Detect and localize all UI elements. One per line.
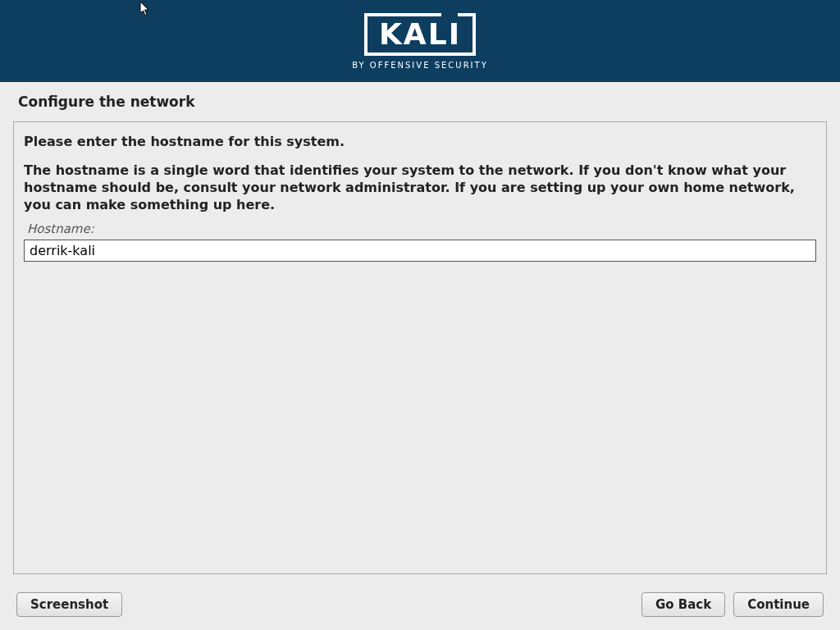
hostname-label: Hostname: bbox=[27, 221, 816, 236]
go-back-button[interactable]: Go Back bbox=[641, 592, 725, 617]
kali-logo-frame: KALI bbox=[364, 13, 476, 56]
kali-logo-text: KALI bbox=[379, 20, 461, 49]
footer-right: Go Back Continue bbox=[641, 592, 824, 617]
kali-logo: KALI BY OFFENSIVE SECURITY bbox=[352, 13, 488, 70]
cursor-icon bbox=[139, 2, 151, 16]
header-banner: KALI BY OFFENSIVE SECURITY bbox=[0, 0, 840, 82]
prompt-text: Please enter the hostname for this syste… bbox=[24, 134, 816, 149]
page-title: Configure the network bbox=[0, 82, 840, 118]
screenshot-button[interactable]: Screenshot bbox=[16, 592, 122, 617]
kali-logo-subtext: BY OFFENSIVE SECURITY bbox=[352, 61, 488, 70]
description-text: The hostname is a single word that ident… bbox=[24, 162, 816, 213]
content-frame: Please enter the hostname for this syste… bbox=[13, 121, 827, 574]
continue-button[interactable]: Continue bbox=[733, 592, 824, 617]
footer-bar: Screenshot Go Back Continue bbox=[16, 592, 824, 617]
hostname-input[interactable] bbox=[24, 240, 816, 262]
